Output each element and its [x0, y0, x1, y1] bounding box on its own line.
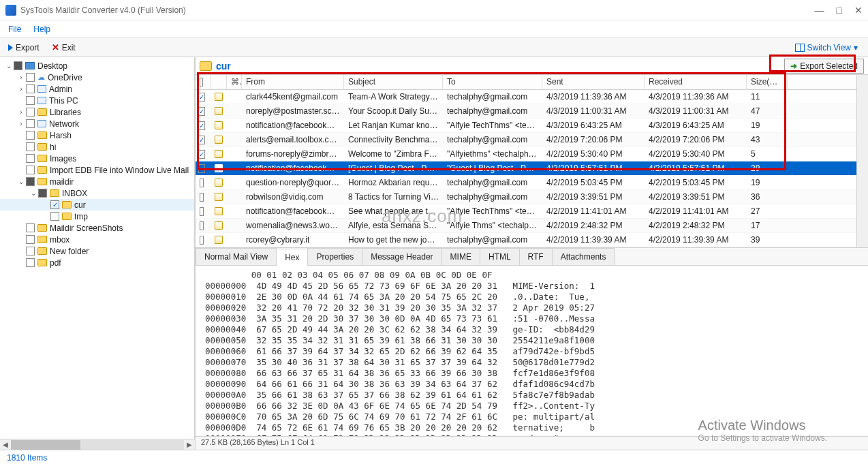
select-all-checkbox[interactable] — [200, 78, 203, 87]
col-attachment[interactable]: ⌘ — [227, 75, 242, 89]
maximize-button[interactable]: □ — [837, 5, 842, 16]
tree-item[interactable]: ›Libraries — [0, 106, 194, 118]
tree-checkbox[interactable] — [26, 247, 35, 255]
tree-item[interactable]: ›☁OneDrive — [0, 72, 194, 83]
col-from[interactable]: From — [242, 75, 344, 89]
tree-checkbox[interactable] — [50, 212, 59, 221]
mail-row[interactable]: rcorey@cybrary.itHow to get the new job,… — [196, 233, 856, 247]
switch-view-button[interactable]: Switch View ▾ — [790, 41, 863, 55]
main-panel: cur ➜ Export Selected ⌘ From Subject To … — [195, 57, 868, 450]
mail-row[interactable]: notification@facebookmai...Let Ranjan Ku… — [196, 119, 856, 133]
menu-help[interactable]: Help — [33, 25, 50, 34]
export-button[interactable]: Export — [5, 41, 42, 54]
export-selected-button[interactable]: ➜ Export Selected — [784, 59, 864, 74]
row-checkbox[interactable] — [200, 207, 204, 216]
tab-message-header[interactable]: Message Header — [362, 248, 441, 265]
twisty-icon[interactable]: › — [16, 108, 26, 116]
hex-view[interactable]: 00 01 02 03 04 05 06 07 08 09 0A 0B 0C 0… — [196, 266, 868, 436]
mail-icon — [215, 164, 223, 172]
tree-checkbox[interactable] — [26, 142, 35, 151]
tree-item[interactable]: ⌄maildir — [0, 176, 194, 187]
tree-item[interactable]: Maildir ScreenShots — [0, 222, 194, 234]
twisty-icon[interactable]: ⌄ — [4, 62, 14, 69]
tree-item[interactable]: hi — [0, 141, 194, 153]
tree-hscroll[interactable]: ◀ ▶ — [0, 439, 195, 450]
tree-item[interactable]: Import EDB File into Window Live Mail — [0, 164, 194, 176]
chevron-down-icon: ▾ — [854, 43, 858, 52]
tree-checkbox[interactable] — [26, 177, 35, 186]
mail-row[interactable]: question-noreply@quora....Hormoz Akbaria… — [196, 176, 856, 190]
grid-scrollbar[interactable] — [856, 75, 868, 247]
mail-grid[interactable]: clark445kent@gmail.comTeam-A Work Strate… — [196, 90, 856, 247]
tree-checkbox[interactable] — [26, 166, 35, 174]
tab-properties[interactable]: Properties — [307, 248, 362, 265]
col-to[interactable]: To — [443, 75, 542, 89]
minimize-button[interactable]: — — [815, 5, 824, 16]
mail-row[interactable]: alerts@email.toolbox.comConnectivity Ben… — [196, 133, 856, 147]
col-icon[interactable] — [211, 75, 227, 89]
tab-hex[interactable]: Hex — [276, 249, 308, 266]
close-button[interactable]: ✕ — [854, 5, 863, 16]
cloud-icon: ☁ — [37, 73, 45, 82]
tab-attachments[interactable]: Attachments — [552, 248, 615, 265]
row-checkbox[interactable] — [198, 164, 205, 173]
tree-item[interactable]: ›Network — [0, 118, 194, 129]
twisty-icon[interactable]: › — [16, 74, 26, 81]
row-checkbox[interactable] — [198, 107, 205, 116]
tree-checkbox[interactable] — [26, 96, 35, 105]
tree-checkbox[interactable] — [26, 119, 35, 128]
folder-tree[interactable]: ⌄Desktop›☁OneDrive›AdminThis PC›Librarie… — [0, 57, 195, 450]
mail-row[interactable]: noreply@postmaster.scoo...Your Scoop.it … — [196, 104, 856, 119]
tab-normal-mail-view[interactable]: Normal Mail View — [196, 248, 277, 265]
mail-row[interactable]: robwilson@vidiq.com8 Tactics for Turning… — [196, 190, 856, 204]
tree-item[interactable]: pdf — [0, 257, 194, 268]
twisty-icon[interactable]: ⌄ — [29, 189, 38, 197]
mail-row[interactable]: notification@facebookmai...See what peop… — [196, 204, 856, 219]
row-checkbox[interactable] — [198, 93, 205, 102]
tree-checkbox[interactable] — [26, 84, 35, 93]
row-checkbox[interactable] — [200, 221, 204, 230]
tree-item[interactable]: ⌄Desktop — [0, 60, 194, 72]
row-checkbox[interactable] — [198, 121, 205, 130]
exit-button[interactable]: ✕ Exit — [49, 41, 78, 54]
row-checkbox[interactable] — [200, 236, 204, 245]
tab-mime[interactable]: MIME — [441, 248, 480, 265]
row-checkbox[interactable] — [198, 150, 205, 159]
tree-checkbox[interactable] — [26, 154, 35, 163]
tab-rtf[interactable]: RTF — [519, 248, 553, 265]
tree-item[interactable]: cur — [0, 199, 194, 211]
tree-checkbox[interactable] — [26, 223, 35, 232]
tree-checkbox[interactable] — [26, 108, 35, 117]
tab-html[interactable]: HTML — [480, 248, 520, 265]
tree-checkbox[interactable] — [26, 258, 35, 267]
tree-checkbox[interactable] — [14, 61, 22, 70]
mail-row[interactable]: notification@facebookmai...[Guest | Blog… — [196, 161, 856, 176]
tree-item[interactable]: Harsh — [0, 129, 194, 141]
tree-checkbox[interactable] — [38, 189, 47, 198]
row-checkbox[interactable] — [200, 193, 204, 202]
tree-item[interactable]: Images — [0, 153, 194, 164]
tree-item[interactable]: tmp — [0, 211, 194, 222]
menu-file[interactable]: File — [8, 25, 21, 34]
tree-item[interactable]: This PC — [0, 95, 194, 106]
tree-checkbox[interactable] — [26, 73, 35, 82]
mail-row[interactable]: clark445kent@gmail.comTeam-A Work Strate… — [196, 90, 856, 104]
twisty-icon[interactable]: ⌄ — [16, 178, 26, 185]
row-checkbox[interactable] — [200, 178, 204, 187]
twisty-icon[interactable]: › — [16, 120, 26, 127]
tree-checkbox[interactable] — [50, 200, 59, 209]
col-received[interactable]: Received — [645, 75, 747, 89]
tree-item[interactable]: ›Admin — [0, 83, 194, 95]
tree-item[interactable]: ⌄INBOX — [0, 187, 194, 199]
row-checkbox[interactable] — [198, 136, 205, 144]
mail-row[interactable]: forums-noreply@zimbra.c...Welcome to "Zi… — [196, 147, 856, 161]
tree-checkbox[interactable] — [26, 235, 35, 244]
col-sent[interactable]: Sent — [542, 75, 645, 89]
tree-checkbox[interactable] — [26, 131, 35, 140]
tree-item[interactable]: New folder — [0, 245, 194, 257]
col-size[interactable]: Size(KB) — [747, 75, 788, 89]
tree-item[interactable]: mbox — [0, 234, 194, 245]
twisty-icon[interactable]: › — [16, 85, 26, 93]
mail-row[interactable]: womenalia@news3.wome...Alfyie, esta Sema… — [196, 219, 856, 233]
col-subject[interactable]: Subject — [344, 75, 443, 89]
